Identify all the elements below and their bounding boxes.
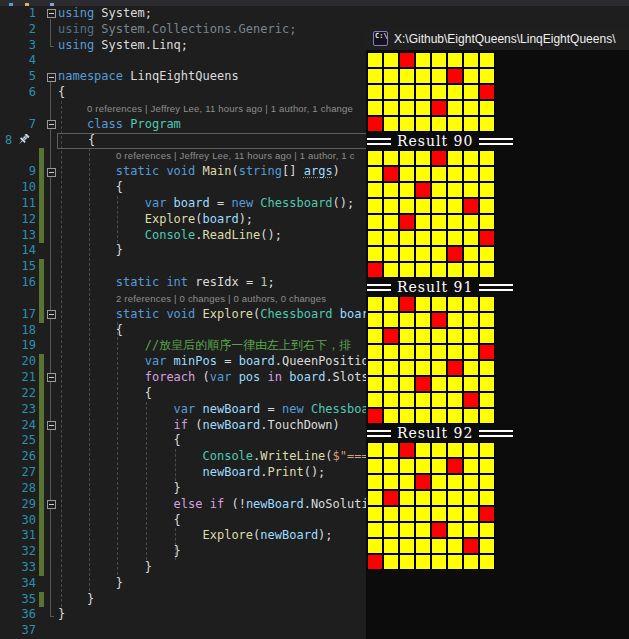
line-number[interactable]: 6	[0, 85, 36, 101]
fold-column	[44, 117, 58, 133]
code-token: }	[58, 576, 123, 590]
line-number[interactable]: 31	[0, 528, 36, 544]
fold-column	[44, 196, 58, 212]
line-number[interactable]: 35	[0, 592, 36, 608]
line-number[interactable]: 14	[0, 243, 36, 259]
code-token: newBoard	[203, 418, 261, 432]
line-number[interactable]: 26	[0, 449, 36, 465]
code-token: newBoard	[203, 465, 261, 479]
code-token: }	[58, 560, 152, 574]
line-number[interactable]: 32	[0, 544, 36, 560]
code-token: pos	[231, 370, 260, 384]
code-token	[58, 228, 145, 242]
fold-column	[44, 69, 58, 85]
board-cell	[384, 555, 398, 569]
line-number[interactable]: 12	[0, 212, 36, 228]
fold-toggle-icon[interactable]	[47, 373, 56, 382]
queen-cell	[368, 117, 382, 131]
fold-toggle-icon[interactable]	[47, 9, 56, 18]
code-token: (	[195, 212, 202, 226]
line-number[interactable]: 36	[0, 607, 36, 623]
board-cell	[400, 313, 414, 327]
board-cell	[416, 101, 430, 115]
board-cell	[416, 297, 430, 311]
code-token: Chessboard	[260, 307, 332, 321]
board-cell	[368, 459, 382, 473]
code-token: Print	[268, 465, 304, 479]
chessboard	[367, 150, 495, 278]
line-number[interactable]: 15	[0, 259, 36, 275]
line-number[interactable]: 29	[0, 497, 36, 513]
line-number[interactable]: 25	[0, 433, 36, 449]
line-number[interactable]: 30	[0, 513, 36, 529]
queen-cell	[384, 167, 398, 181]
line-number[interactable]: 9	[0, 164, 36, 180]
board-cell	[464, 523, 478, 537]
code-token: Explore	[203, 528, 254, 542]
board-cell	[432, 361, 446, 375]
line-number[interactable]: 7	[0, 117, 36, 133]
queen-cell	[448, 69, 462, 83]
code-token	[58, 497, 174, 511]
code-token: (	[231, 164, 238, 178]
line-number[interactable]: 3	[0, 38, 36, 54]
codelens-text[interactable]: 0 references | Jeffrey Lee, 11 hours ago…	[116, 150, 355, 161]
board-cell	[464, 297, 478, 311]
line-number[interactable]: 10	[0, 180, 36, 196]
code-token	[203, 497, 210, 511]
line-number[interactable]: 24	[0, 418, 36, 434]
board-cell	[464, 329, 478, 343]
line-number[interactable]: 11	[0, 196, 36, 212]
code-token: in	[260, 370, 282, 384]
fold-toggle-icon[interactable]	[47, 421, 56, 430]
board-cell	[400, 491, 414, 505]
board-cell	[384, 183, 398, 197]
fold-column	[44, 402, 58, 418]
codelens-text[interactable]: 2 references | 0 changes | 0 authors, 0 …	[116, 293, 326, 304]
board-cell	[480, 377, 494, 391]
line-number[interactable]: 20	[0, 354, 36, 370]
fold-toggle-icon[interactable]	[47, 168, 56, 177]
line-number[interactable]: 34	[0, 576, 36, 592]
code-token: (!	[224, 497, 246, 511]
fold-column	[44, 465, 58, 481]
board-cell	[368, 69, 382, 83]
code-line[interactable]: using System;	[58, 6, 629, 22]
board-cell	[464, 85, 478, 99]
line-number[interactable]: 16	[0, 275, 36, 291]
line-number[interactable]: 18	[0, 323, 36, 339]
line-number[interactable]: 4	[0, 53, 36, 69]
fold-toggle-icon[interactable]	[47, 500, 56, 509]
line-number[interactable]: 27	[0, 465, 36, 481]
console-title-bar[interactable]: C:\ X:\Github\EightQueens\LinqEightQueen…	[366, 27, 629, 50]
board-cell	[432, 85, 446, 99]
line-number[interactable]: 22	[0, 386, 36, 402]
line-number[interactable]: 1	[0, 6, 36, 22]
fold-toggle-icon[interactable]	[47, 120, 56, 129]
line-number[interactable]: 28	[0, 481, 36, 497]
queen-cell	[432, 151, 446, 165]
line-number[interactable]: 23	[0, 402, 36, 418]
line-number[interactable]: 37	[0, 623, 36, 639]
board-cell	[400, 101, 414, 115]
line-number[interactable]: 21	[0, 370, 36, 386]
board-cell	[480, 69, 494, 83]
line-number[interactable]: 5	[0, 69, 36, 85]
fold-toggle-icon[interactable]	[47, 310, 56, 319]
board-cell	[416, 539, 430, 553]
codelens-text[interactable]: 0 references | Jeffrey Lee, 11 hours ago…	[87, 103, 353, 114]
fold-column	[44, 354, 58, 370]
line-number[interactable]: 33	[0, 560, 36, 576]
board-cell	[480, 329, 494, 343]
line-number[interactable]: 17	[0, 307, 36, 323]
line-number[interactable]: 13	[0, 228, 36, 244]
board-cell	[368, 377, 382, 391]
board-cell	[400, 555, 414, 569]
queen-cell	[448, 247, 462, 261]
line-number[interactable]: 2	[0, 22, 36, 38]
line-number[interactable]: 19	[0, 338, 36, 354]
board-cell	[400, 263, 414, 277]
fold-column	[44, 259, 58, 275]
fold-toggle-icon[interactable]	[47, 73, 56, 82]
board-cell	[368, 297, 382, 311]
